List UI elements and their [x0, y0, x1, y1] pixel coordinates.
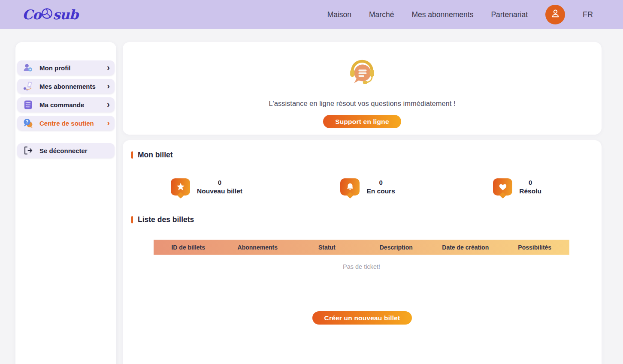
support-message: L'assistance en ligne résout vos questio…	[269, 99, 455, 108]
page-body: Mon profil › Mes abonnements › Ma comman…	[0, 29, 623, 364]
chevron-right-icon: ›	[107, 63, 110, 73]
sidebar-item-ma-commande[interactable]: Ma commande ›	[17, 97, 115, 112]
orange-bar	[131, 151, 133, 159]
globe-icon	[41, 7, 53, 22]
logo-text-post: sub	[53, 7, 78, 22]
support-center-icon: ?	[22, 117, 33, 129]
stat-label: Nouveau billet	[197, 187, 242, 195]
create-ticket-button[interactable]: Créer un nouveau billet	[312, 311, 412, 325]
column-header: ID de billets	[154, 244, 223, 251]
logout-label: Se déconnecter	[39, 147, 110, 154]
svg-text:?: ?	[25, 119, 28, 124]
tickets-table: ID de billets Abonnements Statut Descrip…	[154, 240, 569, 281]
bell-badge-icon	[340, 178, 360, 196]
column-header: Date de création	[431, 244, 500, 251]
stat-count: 0	[366, 179, 395, 186]
online-support-card: L'assistance en ligne résout vos questio…	[123, 42, 602, 135]
table-header-row: ID de billets Abonnements Statut Descrip…	[154, 240, 569, 255]
subscriptions-icon	[22, 81, 33, 92]
sidebar-item-mon-profil[interactable]: Mon profil ›	[17, 60, 115, 75]
column-header: Possibilités	[500, 244, 570, 251]
sidebar-item-label: Mes abonnements	[39, 83, 107, 90]
sidebar: Mon profil › Mes abonnements › Ma comman…	[15, 42, 116, 364]
order-icon	[22, 99, 33, 110]
column-header: Description	[362, 244, 431, 251]
logout-button[interactable]: Se déconnecter	[17, 143, 115, 158]
nav-item-marche[interactable]: Marché	[369, 10, 394, 19]
stat-resolved: 0 Résolu	[493, 178, 541, 196]
stat-new-ticket: 0 Nouveau billet	[171, 178, 242, 196]
chevron-right-icon: ›	[107, 100, 110, 110]
stat-count: 0	[519, 179, 541, 186]
nav-item-mes-abonnements[interactable]: Mes abonnements	[411, 10, 473, 19]
my-ticket-section-title: Mon billet	[131, 150, 602, 159]
chevron-right-icon: ›	[107, 118, 110, 128]
chevron-right-icon: ›	[107, 81, 110, 91]
sidebar-item-mes-abonnements[interactable]: Mes abonnements ›	[17, 79, 115, 93]
sidebar-item-label: Centre de soutien	[39, 120, 107, 127]
sidebar-item-centre-de-soutien[interactable]: ? Centre de soutien ›	[17, 116, 115, 130]
nav-item-maison[interactable]: Maison	[327, 10, 351, 19]
sidebar-item-label: Mon profil	[39, 64, 107, 72]
ticket-list-section-title: Liste des billets	[131, 215, 602, 224]
column-header: Abonnements	[223, 244, 293, 251]
empty-state-text: Pas de ticket!	[154, 263, 569, 270]
orange-bar	[131, 216, 133, 223]
heart-badge-icon	[493, 178, 512, 196]
section-title-text: Liste des billets	[138, 215, 194, 224]
online-support-button[interactable]: Support en ligne	[323, 115, 401, 128]
stat-count: 0	[197, 179, 242, 186]
profile-icon	[22, 62, 33, 73]
divider	[154, 281, 569, 281]
logout-icon	[22, 145, 33, 156]
sidebar-item-label: Ma commande	[39, 101, 107, 108]
logo-text-pre: Co	[22, 7, 41, 22]
top-navbar: Co sub Maison Marché Mes abonnements Par…	[0, 0, 623, 29]
main-content: L'assistance en ligne résout vos questio…	[123, 42, 602, 364]
main-nav: Maison Marché Mes abonnements Partenaria…	[327, 5, 593, 24]
person-icon	[550, 8, 561, 21]
user-avatar-button[interactable]	[545, 5, 565, 24]
column-header: Statut	[292, 244, 362, 251]
section-title-text: Mon billet	[138, 150, 173, 159]
app-logo[interactable]: Co sub	[22, 7, 78, 22]
stat-label: Résolu	[519, 187, 541, 195]
stat-label: En cours	[366, 187, 395, 195]
tickets-card: Mon billet 0 Nouveau billet	[123, 140, 602, 364]
ticket-stats-row: 0 Nouveau billet 0 En cours	[123, 178, 602, 196]
star-badge-icon	[171, 178, 190, 196]
headset-chat-icon	[345, 56, 379, 91]
language-selector[interactable]: FR	[583, 10, 593, 19]
nav-item-partenariat[interactable]: Partenariat	[491, 10, 528, 19]
stat-in-progress: 0 En cours	[340, 178, 395, 196]
